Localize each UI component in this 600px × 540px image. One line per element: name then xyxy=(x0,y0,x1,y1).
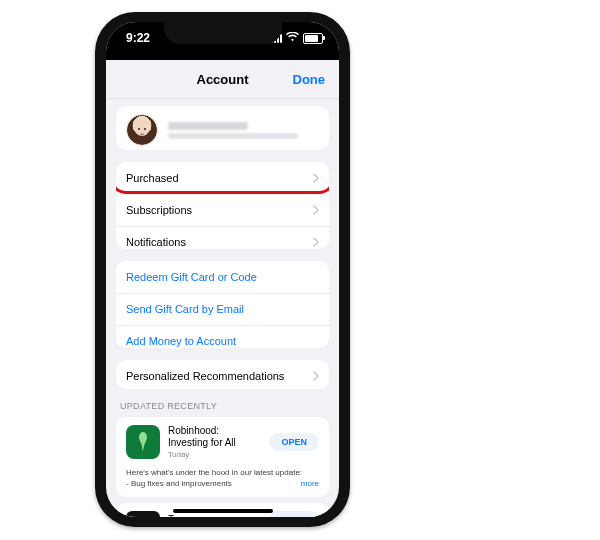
app-name: Turo xyxy=(168,514,261,517)
open-button[interactable]: OPEN xyxy=(269,433,319,451)
turo-app-icon: TURO xyxy=(126,511,160,517)
home-indicator[interactable] xyxy=(173,509,273,513)
nav-notifications-label: Notifications xyxy=(126,236,186,248)
chevron-right-icon xyxy=(313,371,319,381)
link-redeem-label: Redeem Gift Card or Code xyxy=(126,271,257,283)
nav-purchased[interactable]: Purchased xyxy=(116,162,329,194)
profile-email xyxy=(168,133,298,139)
nav-notifications[interactable]: Notifications xyxy=(116,226,329,249)
nav-personalized[interactable]: Personalized Recommendations xyxy=(116,360,329,389)
update-notes: Here's what's under the hood in our late… xyxy=(116,467,329,497)
app-card-robinhood[interactable]: Robinhood: Investing for All Today OPEN … xyxy=(116,417,329,497)
app-sub: Today xyxy=(168,450,261,459)
update-notes-text: Here's what's under the hood in our late… xyxy=(126,468,302,488)
updated-recently-title: UPDATED RECENTLY xyxy=(116,401,329,411)
nav-subscriptions[interactable]: Subscriptions xyxy=(116,194,329,226)
link-send-gift-label: Send Gift Card by Email xyxy=(126,303,244,315)
done-button[interactable]: Done xyxy=(293,72,326,87)
wifi-icon xyxy=(286,31,299,45)
status-time: 9:22 xyxy=(126,31,150,45)
personalized-card: Personalized Recommendations xyxy=(116,360,329,389)
app-name: Robinhood: Investing for All xyxy=(168,425,261,449)
chevron-right-icon xyxy=(313,205,319,215)
link-redeem[interactable]: Redeem Gift Card or Code xyxy=(116,261,329,293)
more-link[interactable]: more xyxy=(301,478,319,489)
sheet-header: Account Done xyxy=(106,60,339,99)
link-add-money[interactable]: Add Money to Account xyxy=(116,325,329,348)
chevron-right-icon xyxy=(313,237,319,247)
profile-card[interactable] xyxy=(116,106,329,150)
nav-purchased-label: Purchased xyxy=(126,172,179,184)
chevron-right-icon xyxy=(313,173,319,183)
link-send-gift[interactable]: Send Gift Card by Email xyxy=(116,293,329,325)
nav-subscriptions-label: Subscriptions xyxy=(126,204,192,216)
open-button[interactable]: OPEN xyxy=(269,511,319,517)
link-add-money-label: Add Money to Account xyxy=(126,335,236,347)
content[interactable]: Purchased Subscriptions Notifications xyxy=(106,98,339,517)
profile-name xyxy=(168,122,248,130)
iphone-frame: 9:22 Account Done xyxy=(95,12,350,527)
links-group: Redeem Gift Card or Code Send Gift Card … xyxy=(116,261,329,348)
page-title: Account xyxy=(197,72,249,87)
nav-personalized-label: Personalized Recommendations xyxy=(126,370,284,382)
battery-icon xyxy=(303,33,323,44)
nav-group: Purchased Subscriptions Notifications xyxy=(116,162,329,249)
avatar xyxy=(126,114,158,146)
screen: 9:22 Account Done xyxy=(106,22,339,517)
robinhood-app-icon xyxy=(126,425,160,459)
notch xyxy=(164,22,282,44)
